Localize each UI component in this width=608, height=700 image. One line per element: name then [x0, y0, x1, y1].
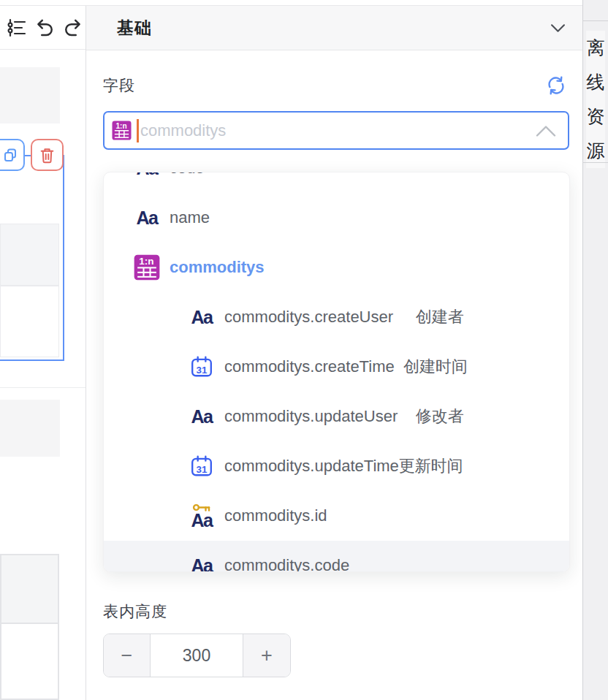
text-field-icon: Aa [191, 557, 213, 573]
table-height-label: 表内高度 [103, 601, 167, 622]
list-item-cn-label: 修改者 [398, 406, 463, 427]
redo-button[interactable] [61, 15, 86, 41]
list-item-code-partial[interactable]: Aa code [104, 172, 569, 193]
list-item-cn-label: 创建时间 [395, 356, 468, 378]
text-field-icon: Aa [191, 511, 213, 530]
field-select-placeholder: commoditys [140, 121, 226, 140]
canvas-toolbar [0, 6, 86, 50]
list-item-label: commoditys.id [224, 506, 327, 525]
field-dropdown: Aa code Aa name 1:n [103, 172, 570, 572]
list-item-label: name [170, 208, 210, 227]
list-item-cn-label: 创建者 [393, 306, 464, 328]
height-value-input[interactable]: 300 [151, 634, 243, 677]
field-dropdown-list: Aa code Aa name 1:n [104, 172, 569, 572]
delete-component-button[interactable] [31, 139, 64, 171]
list-item-updateuser[interactable]: Aa commoditys.updateUser 修改者 [104, 392, 569, 441]
right-rail: 离线资源 [582, 0, 608, 700]
list-item-label: commoditys.updateTime [224, 457, 399, 476]
canvas-table-row-white [0, 286, 59, 357]
calendar-31-icon: 31 [190, 454, 213, 478]
canvas-table-row-gray [0, 224, 59, 286]
field-label: 字段 [103, 75, 135, 96]
redo-icon [62, 17, 84, 39]
increment-button[interactable]: + [243, 634, 290, 677]
canvas-table-cell [0, 400, 60, 457]
list-item-name[interactable]: Aa name [104, 193, 569, 243]
canvas-table-cell [0, 67, 60, 123]
svg-text:31: 31 [197, 464, 208, 475]
list-item-updatetime[interactable]: 31 commoditys.updateTime 更新时间 [104, 441, 569, 491]
svg-text:1:n: 1:n [139, 256, 153, 267]
list-item-label: code [170, 172, 205, 178]
copy-icon [2, 147, 18, 163]
panel-section-title: 基础 [117, 17, 152, 39]
chevron-down-icon[interactable] [551, 24, 565, 32]
list-item-id[interactable]: Aa commoditys.id [104, 491, 569, 541]
table-height-stepper: − 300 + [103, 634, 291, 677]
undo-icon [34, 17, 56, 39]
canvas-divider [0, 387, 86, 388]
text-field-icon: Aa [191, 408, 213, 426]
list-item-label: commoditys.updateUser [224, 407, 398, 426]
list-item-code[interactable]: Aa commoditys.code [104, 541, 569, 572]
svg-text:31: 31 [197, 365, 208, 376]
canvas-card-component [0, 554, 59, 700]
refresh-icon [545, 75, 567, 96]
decrement-button[interactable]: − [104, 634, 151, 677]
rail-divider [583, 20, 608, 21]
svg-text:1:n: 1:n [115, 122, 126, 130]
panel-section-basic[interactable]: 基础 [86, 6, 582, 50]
chevron-up-icon[interactable] [536, 126, 556, 137]
undo-button[interactable] [32, 15, 56, 41]
properties-panel: 基础 字段 1:n commo [86, 6, 582, 700]
list-item-label: commoditys.createUser [224, 308, 393, 327]
list-item-createuser[interactable]: Aa commoditys.createUser 创建者 [104, 292, 569, 342]
refresh-fields-button[interactable] [545, 75, 567, 96]
list-item-label: commoditys.createTime [224, 357, 395, 376]
text-field-icon: Aa [137, 172, 158, 178]
list-item-createtime[interactable]: 31 commoditys.createTime 创建时间 [104, 342, 569, 392]
calendar-31-icon: 31 [190, 355, 213, 378]
text-field-icon: Aa [191, 308, 213, 327]
copy-component-button[interactable] [0, 139, 25, 171]
list-item-cn-label: 更新时间 [399, 455, 463, 477]
outline-tree-button[interactable] [4, 15, 28, 41]
field-select-input[interactable]: 1:n commoditys [103, 111, 569, 150]
canvas-card-header [1, 555, 58, 624]
outline-tree-icon [5, 16, 27, 39]
text-caret [137, 119, 139, 142]
list-item-commoditys[interactable]: 1:n commoditys [104, 243, 569, 292]
one-to-n-table-icon: 1:n [134, 254, 160, 281]
list-item-label: commoditys [170, 258, 265, 277]
tab-offline-resources[interactable]: 离线资源 [586, 31, 605, 168]
rail-divider [583, 162, 608, 163]
list-item-label: commoditys.code [224, 556, 349, 572]
trash-icon [39, 147, 55, 164]
one-to-n-table-icon: 1:n [112, 121, 132, 140]
text-field-icon: Aa [137, 209, 158, 227]
